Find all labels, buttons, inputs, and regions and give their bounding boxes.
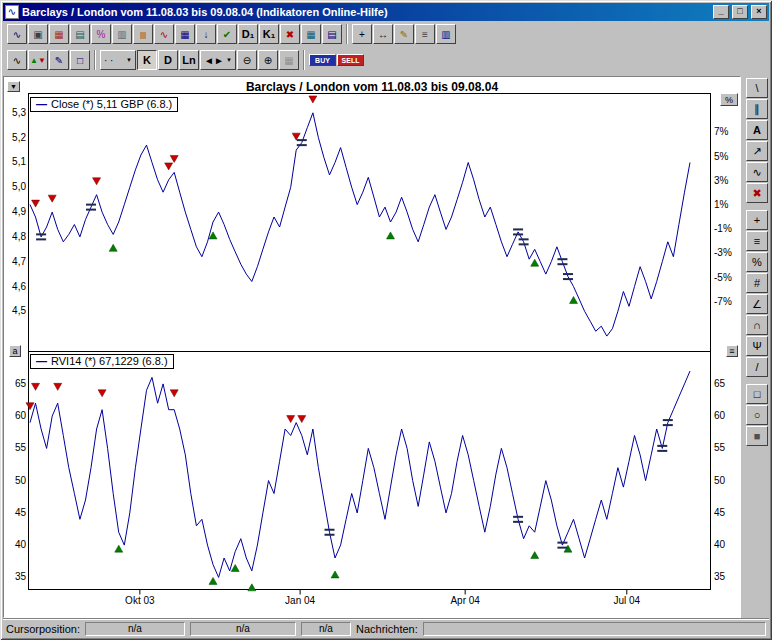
delete-drawing-icon[interactable]: ✖ — [746, 183, 768, 203]
x-axis-label: Jul 04 — [597, 595, 657, 606]
toolbar-separator — [303, 50, 305, 70]
axis-tick-label: 35 — [4, 572, 26, 582]
flat-marker — [297, 139, 307, 141]
new-chart-icon[interactable]: ∿ — [7, 24, 27, 44]
axis-tick-label: 55 — [4, 443, 26, 453]
pen-icon[interactable]: ✎ — [394, 24, 414, 44]
rectangle-icon[interactable]: □ — [746, 384, 768, 404]
arrow-tool-icon[interactable]: ↗ — [746, 141, 768, 161]
curve-tool-icon[interactable]: ∿ — [746, 162, 768, 182]
k1-button[interactable]: K₁ — [259, 24, 279, 44]
flat-marker — [557, 263, 567, 265]
apply-icon[interactable]: ✔ — [217, 24, 237, 44]
parallel-lines-icon[interactable]: ∥ — [746, 99, 768, 119]
cursor-date-value: n/a — [301, 622, 351, 636]
scroll-select[interactable]: ◄►▼ — [200, 50, 236, 70]
cycle-icon[interactable]: ∩ — [746, 315, 768, 335]
flat-marker — [297, 144, 307, 146]
copy-icon[interactable]: ▣ — [28, 24, 48, 44]
line-style-select-value: · · — [104, 55, 113, 66]
list-icon[interactable]: ▤ — [322, 24, 342, 44]
axis-tick-label: 4,6 — [4, 282, 26, 292]
buy-marker — [570, 296, 578, 303]
rvi-line-sample: — — [36, 355, 47, 368]
main-toolbar: ∿▣▦▤%▥|||∿▦↓✔D₁K₁✖▦▤+↔✎≡▥ — [3, 21, 769, 47]
quotes-icon[interactable]: ▦ — [49, 24, 69, 44]
x-axis-label: Apr 04 — [435, 595, 495, 606]
pitchfork-icon[interactable]: Ψ — [746, 336, 768, 356]
frame-icon[interactable]: □ — [70, 50, 90, 70]
grid-icon[interactable]: # — [746, 273, 768, 293]
draw-icon[interactable]: ✎ — [49, 50, 69, 70]
flat-marker — [86, 204, 96, 206]
crosshair-icon[interactable]: + — [352, 24, 372, 44]
indicator-chart-icon[interactable]: ∿ — [154, 24, 174, 44]
sell-button[interactable]: SELL — [337, 54, 364, 66]
maximize-button[interactable]: □ — [732, 5, 748, 19]
ellipse-icon[interactable]: ○ — [746, 405, 768, 425]
axis-tick-label: 45 — [4, 508, 26, 518]
buy-marker — [231, 564, 239, 571]
regression-icon[interactable]: / — [746, 357, 768, 377]
axis-tick-label: -1% — [714, 224, 742, 234]
layout-icon[interactable]: ▥ — [436, 24, 456, 44]
channel-icon[interactable]: ∠ — [746, 294, 768, 314]
flat-marker — [557, 258, 567, 260]
percent-lines-icon[interactable]: % — [746, 252, 768, 272]
notes-icon[interactable]: ≡ — [415, 24, 435, 44]
axis-tick-label: 50 — [714, 476, 742, 486]
table-icon[interactable]: ▦ — [301, 24, 321, 44]
axis-tick-label: 60 — [714, 411, 742, 421]
ln-scale-button[interactable]: Ln — [179, 50, 199, 70]
sell-marker — [54, 383, 62, 390]
flat-marker — [513, 516, 523, 518]
chart-plot-area[interactable] — [4, 77, 742, 619]
sell-marker — [93, 178, 101, 185]
delete-indicator-icon[interactable]: ✖ — [280, 24, 300, 44]
axis-tick-label: 5% — [714, 152, 742, 162]
flat-marker — [513, 228, 523, 230]
axis-tick-label: 65 — [714, 379, 742, 389]
axis-tick-label: 4,5 — [4, 306, 26, 316]
export-icon[interactable]: ↓ — [196, 24, 216, 44]
k-chart-button[interactable]: K — [137, 50, 157, 70]
rvi-legend[interactable]: — RVI14 (*) 67,1229 (6.8.) — [30, 354, 174, 369]
sell-marker — [98, 390, 106, 397]
sell-marker — [32, 200, 40, 207]
d1-button[interactable]: D₁ — [238, 24, 258, 44]
price-legend[interactable]: — Close (*) 5,11 GBP (6.8.) — [30, 97, 178, 112]
data-table-icon[interactable]: ▦ — [175, 24, 195, 44]
crosshair-tool-icon[interactable]: + — [746, 210, 768, 230]
print-icon[interactable]: ▥ — [112, 24, 132, 44]
line-style-select[interactable]: · ·▼ — [100, 50, 136, 70]
d-chart-button[interactable]: D — [158, 50, 178, 70]
x-axis-label: Okt 03 — [110, 595, 170, 606]
axis-tick-label: 3% — [714, 176, 742, 186]
filled-rectangle-icon[interactable]: ■ — [746, 426, 768, 446]
volume-bars-icon[interactable]: ||| — [133, 24, 153, 44]
window-title: Barclays / London vom 11.08.03 bis 09.08… — [22, 6, 710, 18]
chart-toolbar: ∿▲▼✎□· ·▼KDLn◄►▼⊖⊕▦BUYSELL — [3, 47, 769, 73]
trendline-icon[interactable]: \ — [746, 78, 768, 98]
close-button[interactable]: × — [751, 5, 767, 19]
zoom-out-icon[interactable]: ⊖ — [237, 50, 257, 70]
text-tool-icon[interactable]: A — [746, 120, 768, 140]
buy-button[interactable]: BUY — [309, 54, 336, 66]
zoom-range-icon[interactable]: ▦ — [279, 50, 299, 70]
move-icon[interactable]: ↔ — [373, 24, 393, 44]
axis-tick-label: -3% — [714, 248, 742, 258]
sell-marker — [292, 133, 300, 140]
fibonacci-icon[interactable]: ≡ — [746, 231, 768, 251]
percent-icon[interactable]: % — [91, 24, 111, 44]
portfolio-icon[interactable]: ▤ — [70, 24, 90, 44]
flat-marker — [519, 238, 529, 240]
minimize-button[interactable]: _ — [713, 5, 729, 19]
buy-marker — [248, 584, 256, 591]
app-icon[interactable]: ∿ — [5, 5, 19, 19]
axis-tick-label: 35 — [714, 572, 742, 582]
signals-icon[interactable]: ▲▼ — [28, 50, 48, 70]
zigzag-icon[interactable]: ∿ — [7, 50, 27, 70]
zoom-in-icon[interactable]: ⊕ — [258, 50, 278, 70]
buy-marker — [115, 545, 123, 552]
flat-marker — [557, 547, 567, 549]
